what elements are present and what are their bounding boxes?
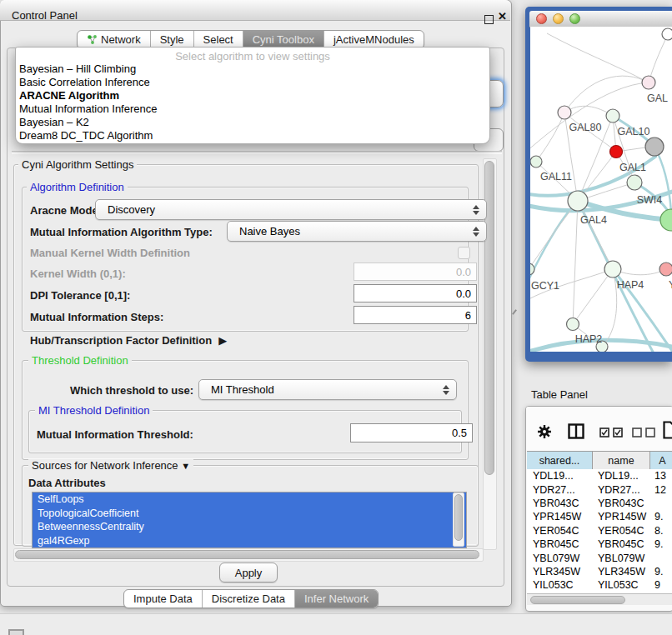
tab-cyni-toolbox[interactable]: Cyni Toolbox xyxy=(243,31,323,48)
attribute-item[interactable]: gal4RGexp xyxy=(33,534,466,548)
table-hscrollbar-thumb[interactable] xyxy=(530,596,625,604)
network-node-hap4[interactable] xyxy=(604,261,621,278)
close-traffic-icon[interactable] xyxy=(536,13,547,24)
table-cell: 12 xyxy=(649,484,672,496)
mi-steps-input[interactable]: 6 xyxy=(354,306,477,324)
table-cell: YDR27... xyxy=(527,484,592,496)
table-row[interactable]: YLR345WYLR345W9. xyxy=(527,565,672,578)
select-all-columns-icon[interactable] xyxy=(599,428,624,438)
table-cell: YBL079W xyxy=(592,552,649,564)
stepper-icon xyxy=(472,205,479,215)
network-node-gal11[interactable] xyxy=(530,156,542,168)
table-row[interactable]: YBR043CYBR043C xyxy=(527,497,672,510)
column-header[interactable]: name xyxy=(593,452,650,470)
network-icon xyxy=(87,34,98,45)
algorithm-option[interactable]: Bayesian – K2 xyxy=(16,116,489,129)
network-node-gal10[interactable] xyxy=(606,109,619,122)
network-node-pink-right[interactable] xyxy=(659,262,672,276)
table-row[interactable]: YBL079WYBL079W xyxy=(527,551,672,564)
column-header[interactable]: A xyxy=(650,452,672,470)
dpi-tolerance-label: DPI Tolerance [0,1]: xyxy=(30,289,130,302)
table-row[interactable]: YIL053CYIL053C9 xyxy=(527,578,672,592)
aracne-mode-select[interactable]: Discovery xyxy=(95,199,487,220)
deselect-all-columns-icon[interactable] xyxy=(632,428,657,438)
tab-infer-network[interactable]: Infer Network xyxy=(294,590,378,608)
node-label: HAP4 xyxy=(617,279,644,291)
list-vscrollbar-thumb[interactable] xyxy=(454,494,463,541)
table-cell: YBR045C xyxy=(527,538,592,550)
network-node-gray[interactable] xyxy=(645,138,664,156)
column-header[interactable]: shared... xyxy=(527,452,593,470)
network-canvas[interactable]: GALGAL80GAL10GAL1GAL11SWI4GAL4GCY1HAP4YH… xyxy=(530,27,672,352)
algorithm-option[interactable]: Mutual Information Inference xyxy=(16,102,489,116)
float-window-icon[interactable] xyxy=(484,15,494,24)
network-node-gal4[interactable] xyxy=(568,191,588,211)
table-cell: 9. xyxy=(649,566,672,578)
network-node-swi4[interactable] xyxy=(627,175,642,190)
table-hscrollbar[interactable] xyxy=(527,593,672,605)
attribute-item[interactable]: BetweennessCentrality xyxy=(33,520,466,534)
table-row[interactable]: YPR145WYPR145W9. xyxy=(527,510,672,523)
tab-impute-data[interactable]: Impute Data xyxy=(124,590,202,608)
attribute-item[interactable]: SelfLoops xyxy=(33,492,466,507)
minimized-chip[interactable] xyxy=(8,629,24,635)
traffic-lights xyxy=(536,13,580,24)
table-row[interactable]: YDR27...YDR27...12 xyxy=(527,482,672,496)
tab-jactivemnodules[interactable]: jActiveMNodules xyxy=(323,31,424,48)
mi-threshold-input[interactable]: 0.5 xyxy=(350,423,473,442)
sources-title[interactable]: Sources for Network Inference ▼ xyxy=(28,459,193,472)
apply-button[interactable]: Apply xyxy=(219,562,278,582)
stepper-icon xyxy=(442,385,449,395)
table-row[interactable]: YDL19...YDL19...13 xyxy=(527,469,672,482)
close-icon[interactable]: ✕ xyxy=(498,10,507,22)
tab-select[interactable]: Select xyxy=(193,31,243,48)
network-node-gal80[interactable] xyxy=(558,106,571,119)
manual-kernel-checkbox[interactable] xyxy=(458,247,470,259)
tab-network[interactable]: Network xyxy=(78,31,150,48)
minimize-traffic-icon[interactable] xyxy=(553,13,564,24)
split-columns-icon[interactable] xyxy=(568,423,584,439)
table-cell: YBR043C xyxy=(527,498,592,509)
window-title: Control Panel xyxy=(12,9,78,22)
tab-style[interactable]: Style xyxy=(150,31,193,48)
new-document-icon[interactable] xyxy=(663,421,672,439)
attribute-item[interactable]: TopologicalCoefficient xyxy=(33,507,466,521)
table-row[interactable]: YBR045CYBR045C9. xyxy=(527,538,672,551)
algorithm-option[interactable]: Dream8 DC_TDC Algorithm xyxy=(16,129,489,142)
table-cell: YPR145W xyxy=(527,511,592,522)
zoom-traffic-icon[interactable] xyxy=(569,13,580,24)
which-threshold-label: Which threshold to use: xyxy=(70,384,193,397)
bottom-strip xyxy=(0,613,672,635)
algorithm-option[interactable]: ARACNE Algorithm xyxy=(16,89,489,102)
mi-algorithm-type-label: Mutual Information Algorithm Type: xyxy=(30,226,213,238)
algorithm-option[interactable]: Bayesian – Hill Climbing xyxy=(16,62,489,76)
network-node-gal1-red[interactable] xyxy=(610,146,623,158)
which-threshold-select[interactable]: MI Threshold xyxy=(198,379,457,400)
group-title: Cyni Algorithm Settings xyxy=(18,158,137,171)
kernel-width-input[interactable]: 0.0 xyxy=(354,262,477,281)
algorithm-option[interactable]: Basic Correlation Inference xyxy=(16,76,489,89)
network-node-hap2[interactable] xyxy=(567,318,579,331)
network-node-gcy1[interactable] xyxy=(530,263,534,275)
mi-algorithm-type-select[interactable]: Naive Bayes xyxy=(227,221,487,242)
cursor-mark xyxy=(512,309,517,315)
data-attributes-label: Data Attributes xyxy=(28,477,106,489)
network-node-pink-top[interactable] xyxy=(642,76,655,89)
network-node-top-partial[interactable] xyxy=(662,28,672,40)
table-row[interactable]: YER054CYER054C8. xyxy=(527,524,672,538)
node-label: GAL xyxy=(647,92,668,104)
node-label: GAL80 xyxy=(569,122,602,133)
hub-definition-expander[interactable]: Hub/Transcription Factor Definition ▶ xyxy=(30,334,227,347)
dpi-tolerance-input[interactable]: 0.0 xyxy=(354,284,477,302)
collapse-down-icon[interactable]: ▼ xyxy=(181,461,190,471)
expand-right-icon[interactable]: ▶ xyxy=(218,334,227,347)
table-body[interactable]: YDL19...YDL19...13YDR27...YDR27...12YBR0… xyxy=(527,469,672,593)
bottom-tabbar: Impute DataDiscretize DataInfer Network xyxy=(123,589,379,608)
gear-icon[interactable] xyxy=(537,424,552,439)
tab-discretize-data[interactable]: Discretize Data xyxy=(202,590,294,608)
group-title: Threshold Definition xyxy=(28,354,132,367)
network-node-big-green[interactable] xyxy=(660,209,672,231)
settings-hscrollbar-thumb[interactable] xyxy=(15,550,479,559)
data-attributes-list[interactable]: SelfLoopsTopologicalCoefficientBetweenne… xyxy=(32,492,467,548)
table-cell: 9. xyxy=(649,538,672,550)
